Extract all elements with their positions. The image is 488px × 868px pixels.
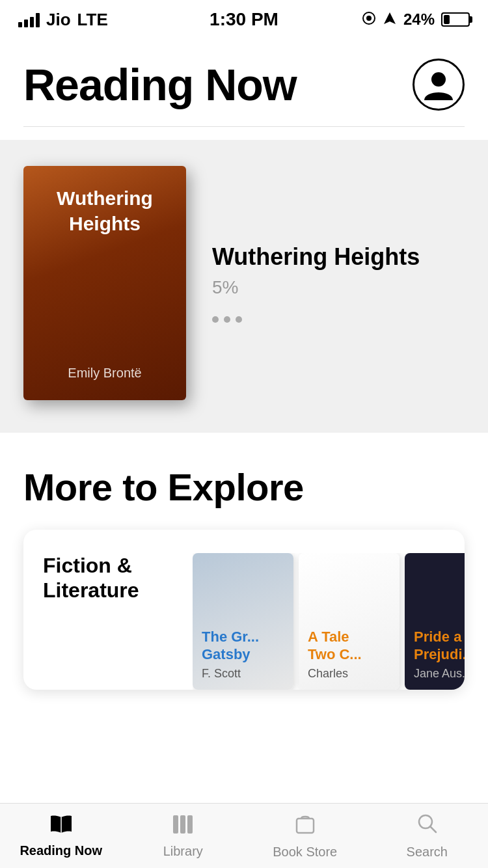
explore-book-2-title: A TaleTwo C... [308, 629, 390, 663]
book-cover-author: Emily Brontë [36, 366, 173, 381]
signal-icon [18, 12, 40, 27]
svg-rect-6 [297, 819, 314, 833]
carrier-label: Jio [46, 10, 71, 30]
status-time: 1:30 PM [210, 9, 278, 30]
dot-1 [212, 316, 219, 323]
explore-book-1[interactable]: The Gr...Gatsby F. Scott [193, 553, 293, 690]
nav-book-store-label: Book Store [273, 845, 337, 860]
page-title: Reading Now [23, 59, 297, 110]
status-bar: Jio LTE 1:30 PM 24% [0, 0, 488, 39]
bottom-nav: Reading Now Library Book Store Sear [0, 803, 488, 868]
battery-icon [441, 12, 470, 27]
reading-section: Wuthering Heights Emily Brontë Wuthering… [0, 140, 488, 433]
nav-search[interactable]: Search [366, 812, 489, 860]
book-store-icon [294, 812, 316, 841]
network-label: LTE [77, 10, 108, 30]
nav-reading-now[interactable]: Reading Now [0, 813, 122, 858]
svg-line-8 [430, 826, 436, 832]
more-options[interactable] [212, 316, 465, 323]
explore-book-1-title: The Gr...Gatsby [202, 629, 284, 663]
explore-book-1-author: F. Scott [202, 667, 284, 681]
battery-percentage: 24% [403, 10, 435, 29]
status-right: 24% [362, 10, 470, 29]
explore-books-list: The Gr...Gatsby F. Scott A TaleTwo C... … [193, 553, 465, 690]
page-header: Reading Now [0, 39, 488, 111]
lock-icon [362, 11, 376, 28]
book-cover-title: Wuthering Heights [36, 185, 173, 236]
svg-rect-4 [180, 815, 185, 834]
svg-point-1 [366, 16, 372, 21]
explore-section: More to Explore Fiction & Literature The… [0, 433, 488, 709]
book-info: Wuthering Heights 5% [212, 243, 465, 323]
book-progress: 5% [212, 277, 465, 298]
search-icon [416, 812, 438, 841]
nav-reading-now-label: Reading Now [20, 843, 102, 858]
location-icon [383, 11, 397, 28]
nav-library-label: Library [163, 844, 203, 859]
explore-title: More to Explore [23, 465, 465, 509]
explore-book-3-title: Pride aPrejudi... [414, 629, 465, 663]
explore-book-3-author: Jane Aus... [414, 667, 465, 681]
library-icon [170, 813, 195, 840]
dot-3 [236, 316, 242, 323]
svg-rect-3 [173, 815, 178, 834]
nav-search-label: Search [407, 845, 448, 860]
svg-rect-5 [187, 815, 193, 834]
nav-library[interactable]: Library [122, 813, 245, 859]
book-info-title: Wuthering Heights [212, 243, 465, 271]
explore-card-label: Fiction & Literature [23, 553, 193, 603]
status-left: Jio LTE [18, 10, 108, 30]
explore-card[interactable]: Fiction & Literature The Gr...Gatsby F. … [23, 530, 465, 690]
dot-2 [224, 316, 230, 323]
book-cover[interactable]: Wuthering Heights Emily Brontë [23, 166, 186, 400]
nav-book-store[interactable]: Book Store [244, 812, 366, 860]
header-divider [23, 126, 465, 127]
reading-now-icon [49, 813, 74, 839]
profile-icon[interactable] [413, 59, 465, 111]
explore-book-2-author: Charles [308, 667, 390, 681]
svg-point-2 [431, 72, 446, 87]
explore-book-3[interactable]: Pride aPrejudi... Jane Aus... [405, 553, 465, 690]
explore-book-2[interactable]: A TaleTwo C... Charles [299, 553, 400, 690]
